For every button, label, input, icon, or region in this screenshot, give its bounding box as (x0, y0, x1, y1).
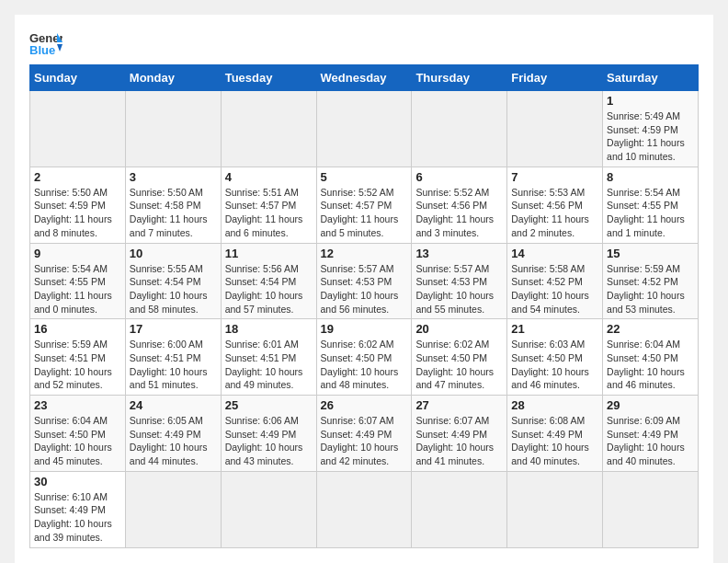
header: General Blue (29, 29, 699, 57)
day-cell: 20Sunrise: 6:02 AM Sunset: 4:50 PM Dayli… (412, 319, 507, 396)
day-cell: 9Sunrise: 5:54 AM Sunset: 4:55 PM Daylig… (30, 243, 126, 319)
day-number: 12 (321, 247, 408, 260)
day-info: Sunrise: 6:00 AM Sunset: 4:51 PM Dayligh… (130, 338, 217, 392)
day-number: 5 (321, 170, 408, 184)
day-cell (507, 471, 603, 547)
day-number: 17 (130, 322, 217, 336)
day-cell: 8Sunrise: 5:54 AM Sunset: 4:55 PM Daylig… (603, 167, 699, 243)
day-cell: 5Sunrise: 5:52 AM Sunset: 4:57 PM Daylig… (316, 167, 412, 243)
logo: General Blue (29, 29, 66, 57)
day-cell: 22Sunrise: 6:04 AM Sunset: 4:50 PM Dayli… (603, 319, 699, 396)
header-row: SundayMondayTuesdayWednesdayThursdayFrid… (30, 65, 699, 91)
calendar-body: 1Sunrise: 5:49 AM Sunset: 4:59 PM Daylig… (30, 91, 699, 548)
day-info: Sunrise: 6:04 AM Sunset: 4:50 PM Dayligh… (34, 414, 121, 468)
day-info: Sunrise: 6:08 AM Sunset: 4:49 PM Dayligh… (511, 414, 598, 468)
day-cell: 27Sunrise: 6:07 AM Sunset: 4:49 PM Dayli… (412, 396, 507, 472)
day-info: Sunrise: 5:51 AM Sunset: 4:57 PM Dayligh… (225, 186, 313, 240)
day-number: 11 (225, 247, 313, 260)
day-info: Sunrise: 5:54 AM Sunset: 4:55 PM Dayligh… (607, 186, 694, 240)
day-cell: 25Sunrise: 6:06 AM Sunset: 4:49 PM Dayli… (221, 396, 316, 472)
day-info: Sunrise: 5:50 AM Sunset: 4:58 PM Dayligh… (130, 186, 217, 240)
day-cell: 11Sunrise: 5:56 AM Sunset: 4:54 PM Dayli… (221, 243, 316, 319)
day-number: 20 (415, 322, 503, 336)
svg-text:Blue: Blue (29, 43, 55, 57)
header-day-monday: Monday (125, 65, 221, 91)
day-cell: 14Sunrise: 5:58 AM Sunset: 4:52 PM Dayli… (507, 243, 603, 319)
header-day-friday: Friday (507, 65, 603, 91)
day-number: 22 (607, 322, 694, 336)
header-day-thursday: Thursday (412, 65, 507, 91)
day-cell: 19Sunrise: 6:02 AM Sunset: 4:50 PM Dayli… (316, 319, 412, 396)
day-number: 26 (321, 398, 408, 412)
day-cell: 1Sunrise: 5:49 AM Sunset: 4:59 PM Daylig… (603, 91, 699, 167)
day-info: Sunrise: 6:10 AM Sunset: 4:49 PM Dayligh… (34, 490, 121, 545)
day-number: 23 (34, 398, 121, 412)
day-info: Sunrise: 5:59 AM Sunset: 4:52 PM Dayligh… (607, 262, 694, 316)
day-info: Sunrise: 6:05 AM Sunset: 4:49 PM Dayligh… (130, 414, 217, 468)
svg-marker-3 (57, 44, 63, 52)
day-cell: 7Sunrise: 5:53 AM Sunset: 4:56 PM Daylig… (507, 167, 603, 243)
day-number: 3 (130, 170, 217, 184)
day-info: Sunrise: 6:09 AM Sunset: 4:49 PM Dayligh… (607, 414, 694, 468)
day-cell: 15Sunrise: 5:59 AM Sunset: 4:52 PM Dayli… (603, 243, 699, 319)
day-cell: 18Sunrise: 6:01 AM Sunset: 4:51 PM Dayli… (221, 319, 316, 396)
day-cell: 13Sunrise: 5:57 AM Sunset: 4:53 PM Dayli… (412, 243, 507, 319)
day-number: 4 (225, 170, 313, 184)
day-cell (412, 471, 507, 547)
day-cell: 30Sunrise: 6:10 AM Sunset: 4:49 PM Dayli… (30, 471, 126, 547)
day-cell: 16Sunrise: 5:59 AM Sunset: 4:51 PM Dayli… (30, 319, 126, 396)
day-info: Sunrise: 6:02 AM Sunset: 4:50 PM Dayligh… (415, 338, 503, 392)
day-cell: 24Sunrise: 6:05 AM Sunset: 4:49 PM Dayli… (125, 396, 221, 472)
day-info: Sunrise: 5:59 AM Sunset: 4:51 PM Dayligh… (34, 338, 121, 392)
day-cell (412, 91, 507, 167)
day-info: Sunrise: 6:07 AM Sunset: 4:49 PM Dayligh… (415, 414, 503, 468)
day-cell (221, 91, 316, 167)
day-cell (316, 91, 412, 167)
week-row-5: 23Sunrise: 6:04 AM Sunset: 4:50 PM Dayli… (30, 396, 699, 472)
day-info: Sunrise: 6:03 AM Sunset: 4:50 PM Dayligh… (511, 338, 598, 392)
day-cell: 2Sunrise: 5:50 AM Sunset: 4:59 PM Daylig… (30, 167, 126, 243)
day-number: 10 (130, 247, 217, 260)
day-number: 28 (511, 398, 598, 412)
day-info: Sunrise: 6:07 AM Sunset: 4:49 PM Dayligh… (321, 414, 408, 468)
day-number: 2 (34, 170, 121, 184)
week-row-2: 2Sunrise: 5:50 AM Sunset: 4:59 PM Daylig… (30, 167, 699, 243)
day-cell (125, 471, 221, 547)
day-number: 13 (415, 247, 503, 260)
day-info: Sunrise: 6:02 AM Sunset: 4:50 PM Dayligh… (321, 338, 408, 392)
day-info: Sunrise: 5:57 AM Sunset: 4:53 PM Dayligh… (415, 262, 503, 316)
day-info: Sunrise: 5:58 AM Sunset: 4:52 PM Dayligh… (511, 262, 598, 316)
day-cell (603, 471, 699, 547)
day-cell: 26Sunrise: 6:07 AM Sunset: 4:49 PM Dayli… (316, 396, 412, 472)
header-day-sunday: Sunday (30, 65, 126, 91)
week-row-4: 16Sunrise: 5:59 AM Sunset: 4:51 PM Dayli… (30, 319, 699, 396)
day-number: 29 (607, 398, 694, 412)
day-cell: 28Sunrise: 6:08 AM Sunset: 4:49 PM Dayli… (507, 396, 603, 472)
day-cell (221, 471, 316, 547)
day-cell: 3Sunrise: 5:50 AM Sunset: 4:58 PM Daylig… (125, 167, 221, 243)
day-number: 6 (415, 170, 503, 184)
day-info: Sunrise: 5:54 AM Sunset: 4:55 PM Dayligh… (34, 262, 121, 316)
day-number: 8 (607, 170, 694, 184)
day-cell (30, 91, 126, 167)
day-info: Sunrise: 6:06 AM Sunset: 4:49 PM Dayligh… (225, 414, 313, 468)
day-cell (507, 91, 603, 167)
day-number: 30 (34, 475, 121, 488)
day-cell: 17Sunrise: 6:00 AM Sunset: 4:51 PM Dayli… (125, 319, 221, 396)
day-number: 14 (511, 247, 598, 260)
header-day-tuesday: Tuesday (221, 65, 316, 91)
week-row-1: 1Sunrise: 5:49 AM Sunset: 4:59 PM Daylig… (30, 91, 699, 167)
day-number: 21 (511, 322, 598, 336)
day-cell: 29Sunrise: 6:09 AM Sunset: 4:49 PM Dayli… (603, 396, 699, 472)
day-cell: 23Sunrise: 6:04 AM Sunset: 4:50 PM Dayli… (30, 396, 126, 472)
header-day-wednesday: Wednesday (316, 65, 412, 91)
day-number: 19 (321, 322, 408, 336)
day-info: Sunrise: 5:53 AM Sunset: 4:56 PM Dayligh… (511, 186, 598, 240)
week-row-3: 9Sunrise: 5:54 AM Sunset: 4:55 PM Daylig… (30, 243, 699, 319)
day-cell: 6Sunrise: 5:52 AM Sunset: 4:56 PM Daylig… (412, 167, 507, 243)
day-info: Sunrise: 6:04 AM Sunset: 4:50 PM Dayligh… (607, 338, 694, 392)
day-cell (125, 91, 221, 167)
day-number: 15 (607, 247, 694, 260)
day-number: 24 (130, 398, 217, 412)
day-number: 7 (511, 170, 598, 184)
